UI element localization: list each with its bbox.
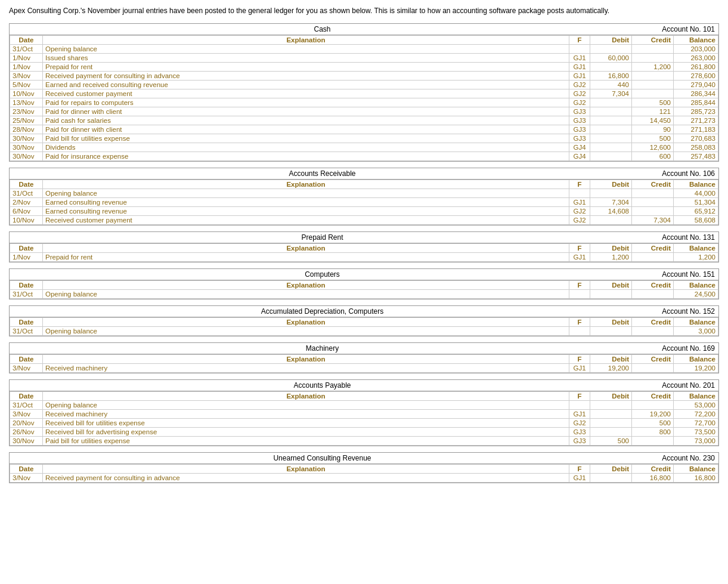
cell-7-4: 121 — [632, 107, 674, 116]
cell-6-5: 285,844 — [674, 98, 718, 107]
ledger-section-7: Unearned Consulting RevenueAccount No. 2… — [9, 452, 719, 483]
table-row: 30/NovPaid bill for utilities expenseGJ3… — [10, 134, 718, 143]
table-row: 10/NovReceived customer paymentGJ27,3042… — [10, 89, 718, 98]
col-header-debit: Debit — [590, 35, 632, 44]
cell-3-2: GJ2 — [569, 215, 590, 224]
cell-2-0: 20/Nov — [10, 418, 43, 427]
cell-0-5: 44,000 — [674, 189, 718, 197]
cell-3-5: 278,600 — [674, 71, 718, 80]
col-header-f: F — [569, 317, 590, 326]
cell-0-3 — [590, 189, 632, 197]
ledger-name-0: Cash — [10, 24, 635, 35]
cell-12-4: 600 — [632, 152, 674, 160]
col-header-balance: Balance — [674, 317, 718, 326]
cell-7-3 — [590, 107, 632, 116]
cell-11-3 — [590, 143, 632, 152]
table-row: 2/NovEarned consulting revenueGJ17,30451… — [10, 197, 718, 206]
cell-0-2: GJ1 — [569, 252, 590, 261]
ledger-table-1: DateExplanationFDebitCreditBalance31/Oct… — [10, 180, 718, 225]
table-row: 28/NovPaid for dinner with clientGJ39027… — [10, 125, 718, 134]
cell-1-0: 1/Nov — [10, 53, 43, 62]
table-row: 30/NovPaid for insurance expenseGJ460025… — [10, 152, 718, 160]
col-header-credit: Credit — [632, 391, 674, 400]
col-header-f: F — [569, 35, 590, 44]
cell-0-5: 203,000 — [674, 44, 718, 53]
cell-11-0: 30/Nov — [10, 143, 43, 152]
cell-2-1: Received bill for utilities expense — [43, 418, 569, 427]
cell-0-3 — [590, 44, 632, 53]
cell-3-4: 800 — [632, 427, 674, 436]
ledger-name-6: Accounts Payable — [10, 380, 635, 391]
cell-2-2: GJ2 — [569, 206, 590, 215]
ledger-name-3: Computers — [10, 269, 635, 280]
table-row: 3/NovReceived machineryGJ119,20019,200 — [10, 363, 718, 372]
col-header-explanation: Explanation — [43, 464, 569, 473]
cell-0-2: GJ1 — [569, 473, 590, 482]
cell-9-5: 271,183 — [674, 125, 718, 134]
cell-0-0: 31/Oct — [10, 189, 43, 197]
table-row: 13/NovPaid for repairs to computersGJ250… — [10, 98, 718, 107]
cell-2-2: GJ1 — [569, 62, 590, 71]
cell-1-4 — [632, 197, 674, 206]
cell-0-4: 16,800 — [632, 473, 674, 482]
cell-0-5: 24,500 — [674, 289, 718, 298]
table-row: 3/NovReceived payment for consulting in … — [10, 473, 718, 482]
cell-5-3: 7,304 — [590, 89, 632, 98]
cell-0-4 — [632, 189, 674, 197]
ledger-account-no-2: Account No. 131 — [635, 232, 718, 243]
cell-4-4 — [632, 80, 674, 89]
table-row: 6/NovEarned consulting revenueGJ214,6086… — [10, 206, 718, 215]
cell-10-2: GJ3 — [569, 134, 590, 143]
cell-9-3 — [590, 125, 632, 134]
col-header-f: F — [569, 464, 590, 473]
table-row: 1/NovIssued sharesGJ160,000263,000 — [10, 53, 718, 62]
cell-1-3: 7,304 — [590, 197, 632, 206]
ledger-table-3: DateExplanationFDebitCreditBalance31/Oct… — [10, 280, 718, 299]
cell-4-2: GJ3 — [569, 436, 590, 445]
cell-2-5: 261,800 — [674, 62, 718, 71]
col-header-date: Date — [10, 317, 43, 326]
col-header-debit: Debit — [590, 280, 632, 289]
cell-0-4 — [632, 289, 674, 298]
col-header-date: Date — [10, 35, 43, 44]
cell-2-1: Prepaid for rent — [43, 62, 569, 71]
cell-4-3: 500 — [590, 436, 632, 445]
cell-1-1: Earned consulting revenue — [43, 197, 569, 206]
cell-0-3 — [590, 289, 632, 298]
cell-11-5: 258,083 — [674, 143, 718, 152]
cell-1-0: 3/Nov — [10, 409, 43, 418]
cell-11-2: GJ4 — [569, 143, 590, 152]
ledger-table-4: DateExplanationFDebitCreditBalance31/Oct… — [10, 317, 718, 336]
cell-1-4: 19,200 — [632, 409, 674, 418]
cell-0-1: Prepaid for rent — [43, 252, 569, 261]
cell-0-5: 53,000 — [674, 400, 718, 409]
cell-8-5: 271,273 — [674, 116, 718, 125]
cell-4-2: GJ2 — [569, 80, 590, 89]
cell-1-3: 60,000 — [590, 53, 632, 62]
col-header-f: F — [569, 280, 590, 289]
cell-8-3 — [590, 116, 632, 125]
cell-0-1: Opening balance — [43, 400, 569, 409]
table-row: 30/NovPaid bill for utilities expenseGJ3… — [10, 436, 718, 445]
cell-4-1: Paid bill for utilities expense — [43, 436, 569, 445]
cell-3-3: 16,800 — [590, 71, 632, 80]
col-header-credit: Credit — [632, 180, 674, 189]
ledger-account-no-6: Account No. 201 — [635, 380, 718, 391]
col-header-explanation: Explanation — [43, 317, 569, 326]
col-header-debit: Debit — [590, 354, 632, 363]
table-row: 30/NovDividendsGJ412,600258,083 — [10, 143, 718, 152]
ledger-section-3: ComputersAccount No. 151DateExplanationF… — [9, 268, 719, 299]
col-header-date: Date — [10, 391, 43, 400]
cell-9-2: GJ3 — [569, 125, 590, 134]
col-header-credit: Credit — [632, 243, 674, 252]
cell-2-4: 500 — [632, 418, 674, 427]
col-header-explanation: Explanation — [43, 180, 569, 189]
cell-0-0: 31/Oct — [10, 326, 43, 335]
cell-0-5: 16,800 — [674, 473, 718, 482]
ledger-account-no-4: Account No. 152 — [635, 306, 718, 317]
cell-3-5: 58,608 — [674, 215, 718, 224]
col-header-date: Date — [10, 464, 43, 473]
cell-3-3 — [590, 215, 632, 224]
cell-0-3 — [590, 473, 632, 482]
ledger-account-no-3: Account No. 151 — [635, 269, 718, 280]
